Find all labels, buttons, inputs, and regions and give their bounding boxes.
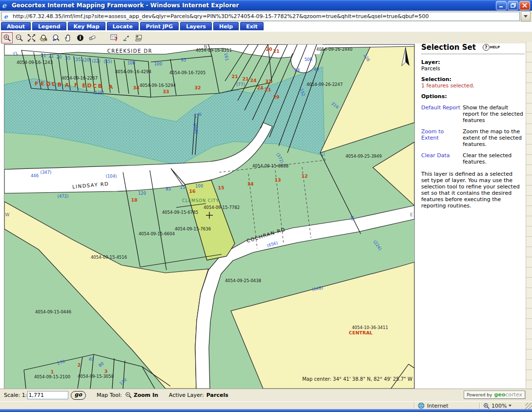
panel-note: This layer is defined as a selected set …	[421, 171, 521, 209]
map-label: 24	[257, 85, 264, 90]
map-label: 4054-09-15-2100	[34, 374, 70, 379]
default-report-link[interactable]: Default Report	[421, 104, 463, 124]
map-label: 31	[265, 79, 271, 84]
map-label: 4054-09-16-7205	[169, 70, 205, 75]
tab-exit[interactable]: Exit	[240, 22, 264, 30]
map-viewport[interactable]: CREEKSIDE DRLINDSAY RDCOCHRAN RD4054-09-…	[4, 44, 415, 389]
map-label: 85	[166, 186, 171, 191]
tab-print-jpg[interactable]: Print JPG	[140, 22, 179, 30]
restore-button[interactable]	[508, 1, 518, 10]
zoom-control[interactable]: 100%	[483, 403, 522, 409]
map-label: W	[5, 212, 10, 217]
map-label: CENTRAL	[349, 330, 373, 335]
clear-data-desc: Clear the selected features.	[463, 152, 525, 165]
go-button[interactable]: go	[71, 391, 86, 400]
map-label: 4054-09-15-6604	[139, 231, 175, 236]
map-label: 4054-09-15-7636	[175, 227, 211, 231]
map-label: 40	[314, 67, 319, 72]
map-label: 95	[181, 58, 186, 62]
map-label: 4054-09-25-3949	[346, 154, 382, 159]
address-url: http://67.32.48.35/imf/imf.jsp?site=asse…	[13, 13, 429, 20]
help-link[interactable]: ? HELP	[483, 44, 500, 51]
map-label: 4054-09-16-8311	[196, 48, 232, 53]
resize-grip[interactable]	[525, 403, 532, 409]
map-label: 15	[180, 185, 185, 190]
ie-status-bar: Internet 100%	[0, 401, 532, 410]
window-title: Geocortex Internet Mapping Framework - W…	[12, 2, 239, 9]
active-layer-label: Active Layer:	[169, 392, 204, 398]
map-label: B	[58, 82, 61, 88]
tool-report-button[interactable]: ?	[109, 32, 120, 43]
minimize-button[interactable]	[496, 1, 507, 10]
map-label: 21	[231, 74, 238, 79]
zoom-to-extent-link[interactable]: Zoom to Extent	[421, 128, 463, 147]
tool-clear-selection-button[interactable]	[87, 32, 98, 43]
scale-input[interactable]	[27, 391, 68, 399]
map-label: 4054-09-15-7782	[204, 205, 240, 210]
scale-label: Scale: 1:	[4, 392, 27, 398]
map-label: 4054-10-36-3411	[352, 325, 388, 330]
map-label: 4054-09-15-6785	[162, 210, 198, 215]
map-label: CREEKSIDE DR	[107, 48, 152, 54]
map-label: 33	[163, 89, 169, 94]
map-label: 20	[266, 46, 272, 52]
map-label: F	[35, 81, 39, 87]
map-label: 15	[218, 185, 224, 190]
tool-zoom-full-extent-button[interactable]	[26, 32, 37, 43]
identify-icon: i	[76, 34, 84, 42]
map-label: Map center: 34° 41' 38.8" N, 82° 49' 25.…	[302, 376, 412, 382]
map-label: E	[410, 212, 413, 217]
tool-identify-button[interactable]: i	[75, 32, 86, 43]
address-dropdown-button[interactable]	[521, 11, 531, 21]
map-label: 4054-09-25-0438	[225, 278, 261, 283]
map-label: 4054-09-16-5294	[140, 83, 176, 88]
tab-locate[interactable]: Locate	[107, 22, 139, 30]
tab-help[interactable]: Help	[213, 22, 239, 30]
tool-pan-button[interactable]	[62, 32, 74, 43]
zoom-in-icon	[3, 34, 11, 42]
map-label: C	[52, 81, 56, 87]
map-label: D	[46, 81, 50, 87]
tool-zoom-previous-button[interactable]	[50, 32, 61, 43]
selection-set-panel: Selection Set ? HELP Layer: Parcels Sele…	[421, 42, 525, 209]
map-label: (35)	[103, 59, 112, 64]
map-label: 21	[49, 54, 54, 59]
brand-geo: geo	[494, 391, 505, 398]
right-scroll-strip[interactable]	[526, 42, 532, 388]
chevron-down-icon	[524, 15, 528, 18]
map-label: E	[41, 81, 44, 87]
option-row: Zoom to Extent Zoom the map to the exten…	[421, 128, 525, 147]
map-label: 20	[57, 55, 62, 60]
map-label: 4054-09-26-2440	[316, 47, 352, 52]
close-button[interactable]	[519, 1, 530, 10]
map-label: CLEMSON CITY	[182, 198, 219, 203]
map-label: 14	[247, 181, 254, 186]
map-tool-label: Map Tool:	[97, 392, 122, 398]
map-label: 18	[131, 197, 138, 203]
full-extent-icon	[27, 34, 36, 42]
tab-layers[interactable]: Layers	[180, 22, 212, 30]
status-zoom-value: 100%	[491, 403, 507, 409]
report-icon: ?	[110, 34, 119, 42]
page-icon: e	[4, 13, 11, 20]
map-label: 21	[265, 87, 271, 92]
map-label: 1	[51, 369, 54, 374]
map-label: 29	[273, 94, 279, 100]
tool-zoom-to-selected-button[interactable]	[38, 32, 49, 43]
tool-zoom-out-button[interactable]	[14, 32, 25, 43]
tool-print-scale-button[interactable]	[133, 32, 144, 43]
options-label: Options:	[421, 93, 525, 100]
map-label: 12	[301, 173, 307, 179]
map-label: 2	[78, 362, 81, 368]
tool-zoom-in-button[interactable]	[1, 32, 13, 43]
tab-key-map[interactable]: Key Map	[68, 22, 105, 30]
map-label: C	[93, 83, 97, 89]
map-label: 4054-09-15-4516	[91, 255, 127, 260]
tab-legend[interactable]: Legend	[32, 22, 66, 30]
tab-about[interactable]: About	[1, 22, 31, 30]
tool-measure-button[interactable]	[121, 32, 132, 43]
powered-by-badge[interactable]: Powered by geocortex	[464, 391, 525, 399]
map-canvas[interactable]: CREEKSIDE DRLINDSAY RDCOCHRAN RD4054-09-…	[4, 44, 414, 389]
clear-data-link[interactable]: Clear Data	[421, 152, 463, 165]
address-input[interactable]: e http://67.32.48.35/imf/imf.jsp?site=as…	[1, 12, 520, 21]
